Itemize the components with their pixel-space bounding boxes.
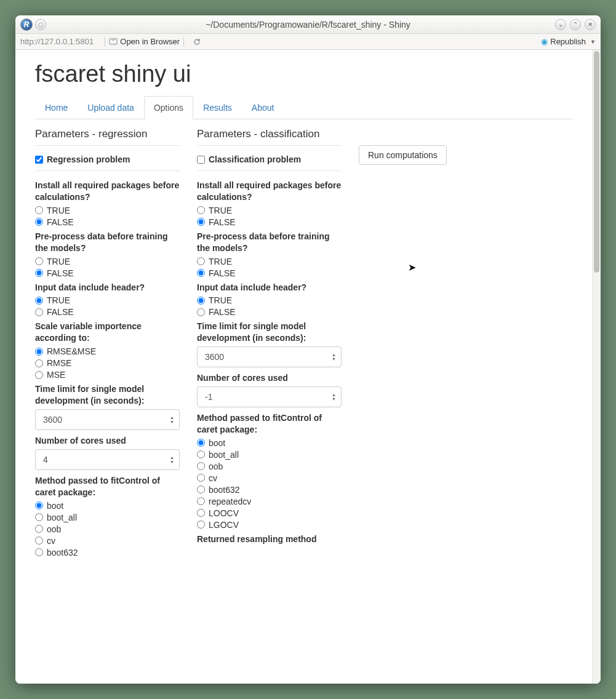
radio-label: TRUE [209,206,232,215]
reg-header-false[interactable] [35,308,43,316]
reg-method-boot[interactable] [35,501,43,509]
spinner-icon[interactable]: ▲▼ [170,455,174,464]
radio-label: MSE [47,370,65,380]
titlebar-secondary-icon: ◌ [35,19,46,30]
vertical-scrollbar[interactable] [592,50,601,684]
cls-method-oob[interactable] [197,462,205,470]
refresh-button[interactable] [193,38,201,46]
reg-scale-mse[interactable] [35,371,43,379]
reg-cores-value: 4 [43,455,48,465]
cls-timelimit-label: Time limit for single model development … [197,321,342,344]
spinner-icon[interactable]: ▲▼ [332,393,336,401]
content-area: fscaret shiny ui Home Upload data Option… [15,50,601,684]
open-browser-label: Open in Browser [120,37,180,46]
tab-options[interactable]: Options [144,96,193,119]
radio-label: boot [47,501,63,511]
cls-method-lgocv[interactable] [197,521,205,529]
reg-preprocess-false[interactable] [35,269,43,277]
radio-label: LOOCV [209,508,239,518]
spinner-icon[interactable]: ▲▼ [332,353,336,361]
classification-panel: Parameters - classification Classificati… [197,128,342,559]
radio-label: LGOCV [209,520,239,530]
reg-install-false[interactable] [35,218,43,226]
radio-label: cv [47,536,55,546]
reg-method-oob[interactable] [35,525,43,533]
regression-title: Parameters - regression [35,128,180,140]
reg-header-label: Input data include header? [35,282,180,294]
reg-method-label: Method passed to fitControl of caret pac… [35,475,180,498]
reg-cores-input[interactable]: 4 ▲▼ [35,449,180,470]
action-panel: Run computations [359,128,572,559]
classification-problem-label: Classification problem [209,154,301,164]
url-display: http://127.0.0.1:5801 [20,37,94,46]
cls-install-false[interactable] [197,218,205,226]
chevron-down-icon: ▼ [590,39,596,45]
toolbar-divider [105,37,105,47]
maximize-button[interactable]: ⌃ [570,19,581,30]
hr [197,145,342,146]
reg-method-boot632[interactable] [35,548,43,556]
cls-method-loocv[interactable] [197,509,205,517]
app-window: R ◌ ~/Documents/Programowanie/R/fscaret_… [15,15,601,684]
reg-method-bootall[interactable] [35,513,43,521]
tab-upload[interactable]: Upload data [78,96,144,119]
cls-preprocess-true[interactable] [197,257,205,265]
reg-timelimit-input[interactable]: 3600 ▲▼ [35,409,180,430]
open-in-browser-button[interactable]: Open in Browser [109,37,180,46]
radio-label: boot [209,438,225,448]
cls-install-true[interactable] [197,206,205,214]
radio-label: FALSE [209,217,236,227]
radio-label: TRUE [47,295,70,305]
hr [35,145,180,146]
toolbar-divider-2 [183,37,184,47]
cls-preprocess-false[interactable] [197,269,205,277]
tab-home[interactable]: Home [35,96,78,119]
reg-timelimit-label: Time limit for single model development … [35,383,180,407]
cls-timelimit-input[interactable]: 3600 ▲▼ [197,346,342,367]
radio-label: RMSE&MSE [47,346,96,356]
reg-scale-rmsemse[interactable] [35,348,43,356]
cls-timelimit-value: 3600 [205,352,224,362]
cls-method-cv[interactable] [197,474,205,482]
radio-label: FALSE [209,268,236,278]
radio-label: TRUE [47,206,70,215]
toolbar: http://127.0.0.1:5801 Open in Browser ◉ … [15,34,601,50]
radio-label: boot_all [209,450,239,460]
reg-preprocess-label: Pre-process data before training the mod… [35,231,180,254]
radio-label: FALSE [47,217,74,227]
cls-header-false[interactable] [197,308,205,316]
cls-method-boot632[interactable] [197,485,205,493]
radio-label: boot632 [209,485,240,495]
cls-method-bootall[interactable] [197,450,205,458]
radio-label: FALSE [209,307,236,317]
minimize-button[interactable]: ⌄ [555,19,566,30]
reg-scale-rmse[interactable] [35,359,43,367]
cls-header-true[interactable] [197,297,205,305]
scroll-region[interactable]: fscaret shiny ui Home Upload data Option… [15,50,592,684]
cls-method-boot[interactable] [197,439,205,447]
cls-cores-input[interactable]: -1 ▲▼ [197,386,342,407]
reg-preprocess-true[interactable] [35,257,43,265]
reg-scale-label: Scale variable importence according to: [35,321,180,344]
cls-header-label: Input data include header? [197,282,342,294]
cls-method-repeatedcv[interactable] [197,497,205,505]
cls-install-label: Install all required packages before cal… [197,180,342,203]
radio-label: boot_all [47,513,77,522]
reg-install-true[interactable] [35,206,43,214]
classification-problem-checkbox[interactable] [197,156,205,164]
reg-method-cv[interactable] [35,537,43,545]
regression-problem-label: Regression problem [47,154,130,164]
spinner-icon[interactable]: ▲▼ [170,415,174,424]
reg-cores-label: Number of cores used [35,435,180,447]
run-computations-button[interactable]: Run computations [359,145,447,165]
reg-header-true[interactable] [35,297,43,305]
republish-button[interactable]: ◉ Republish ▼ [541,37,596,46]
reg-timelimit-value: 3600 [43,415,62,425]
tab-results[interactable]: Results [193,96,242,119]
close-button[interactable]: ✕ [585,19,596,30]
radio-label: oob [47,524,61,534]
tab-about[interactable]: About [242,96,284,119]
regression-problem-checkbox[interactable] [35,156,43,164]
titlebar: R ◌ ~/Documents/Programowanie/R/fscaret_… [15,15,601,34]
scroll-thumb[interactable] [594,51,599,273]
